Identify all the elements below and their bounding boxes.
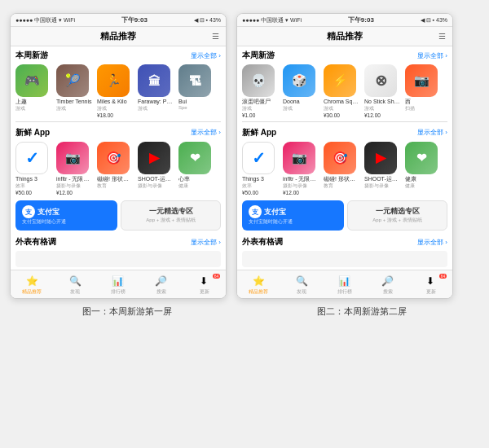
section-header: 新鲜 App 显示全部 ›	[15, 127, 221, 138]
app-item[interactable]: 📷infltr - 无限滤镜摄影与录像¥12.00	[56, 142, 94, 195]
app-price: ¥1.00	[242, 112, 255, 118]
app-name: 上趣	[15, 99, 51, 105]
promo-banner[interactable]: 一元精选专区 App + 游戏 + 表情贴纸	[121, 200, 221, 231]
tab-item-2[interactable]: 📊排行榜	[324, 273, 367, 296]
app-category: 游戏	[97, 105, 107, 112]
status-time: 下午9:03	[121, 15, 148, 24]
tab-bar: ⭐精品推荐🔍发现📊排行榜🔎搜索⬇64更新	[237, 270, 452, 298]
tab-icon: 🔍	[296, 275, 308, 287]
app-name: 西	[405, 99, 441, 105]
app-item[interactable]: 🎾Timber Tennis游戏	[56, 64, 94, 118]
app-name: 健康	[405, 176, 441, 182]
alipay-banner[interactable]: 支 支付宝 支付宝随时随心开通	[242, 200, 344, 231]
tab-badge: 64	[213, 274, 221, 279]
section3-more[interactable]: 显示全部 ›	[417, 238, 447, 247]
tab-badge: 64	[439, 274, 447, 279]
app-icon: 🏛	[138, 64, 170, 97]
tab-item-4[interactable]: ⬇64更新	[183, 273, 226, 296]
app-item[interactable]: 🎲Doona游戏	[283, 64, 320, 118]
app-icon: 🏃	[97, 64, 130, 97]
tab-item-1[interactable]: 🔍发现	[54, 273, 97, 296]
app-item[interactable]: ⚡Chroma Squad游戏¥30.00	[324, 64, 361, 118]
tab-icon-wrapper: ⭐	[253, 273, 265, 288]
menu-icon[interactable]: ☰	[438, 32, 446, 41]
app-category: 扫描	[405, 105, 415, 112]
app-item[interactable]: 💀滚蛋吧僵尸游戏¥1.00	[242, 64, 280, 118]
tab-label: 精品推荐	[22, 288, 42, 296]
app-name: 滚蛋吧僵尸	[242, 99, 278, 105]
section3-more[interactable]: 显示全部 ›	[191, 238, 221, 247]
status-bar: ●●●●● 中国联通 ▾ WiFi 下午9:03 ◀ ⊟ ▪ 43%	[237, 14, 452, 27]
section-fresh_apps: 新鲜 App 显示全部 › ✓Things 3效率¥50.00📷infltr -…	[11, 124, 226, 197]
show-all-button[interactable]: 显示全部 ›	[191, 128, 221, 137]
app-item[interactable]: 📷infltr - 无限滤镜摄影与录像¥12.00	[283, 142, 320, 195]
app-icon: ▶	[364, 142, 397, 174]
app-item[interactable]: ❤心率健康	[178, 142, 216, 195]
alipay-name: 支付宝	[264, 207, 286, 217]
app-category: 教育	[97, 182, 107, 190]
app-item[interactable]: 🎯磁碰! 形状和颜色教育	[324, 142, 361, 195]
app-category: 摄影与录像	[364, 182, 389, 190]
tab-label: 排行榜	[111, 288, 126, 296]
tab-label: 更新	[200, 288, 209, 296]
app-item[interactable]: ✓Things 3效率¥50.00	[242, 142, 280, 195]
app-item[interactable]: ⊗No Stick Shooter游戏¥12.00	[364, 64, 402, 118]
tab-item-1[interactable]: 🔍发现	[280, 273, 324, 296]
app-category: 游戏	[364, 105, 374, 112]
app-row: 💀滚蛋吧僵尸游戏¥1.00🎲Doona游戏⚡Chroma Squad游戏¥30.…	[242, 64, 447, 118]
alipay-banner[interactable]: 支 支付宝 支付宝随时随心开通	[15, 200, 117, 231]
tab-icon-wrapper: 🔎	[381, 273, 394, 288]
app-name: Bui	[178, 99, 214, 105]
app-price: ¥12.00	[364, 112, 381, 118]
app-category: 效率	[15, 182, 25, 190]
phone-frame-phone2: ●●●●● 中国联通 ▾ WiFi 下午9:03 ◀ ⊟ ▪ 43% 精品推荐 …	[236, 13, 453, 299]
alipay-name: 支付宝	[37, 207, 59, 217]
tab-label: 搜索	[156, 288, 166, 296]
app-item[interactable]: 🏛Faraway: Puzzle Esca...游戏	[138, 64, 175, 118]
app-item[interactable]: ▶SHOOT-运动电影制作神器摄影与录像	[364, 142, 402, 195]
promo-subtitle: App + 游戏 + 表情贴纸	[126, 217, 215, 224]
tab-item-0[interactable]: ⭐精品推荐	[237, 273, 280, 296]
app-name: SHOOT-运动电影制作神器	[364, 176, 400, 182]
tab-item-2[interactable]: 📊排行榜	[97, 273, 140, 296]
menu-icon[interactable]: ☰	[212, 32, 219, 41]
show-all-button[interactable]: 显示全部 ›	[417, 128, 447, 137]
tab-item-3[interactable]: 🔎搜索	[366, 273, 409, 296]
status-right: ◀ ⊟ ▪ 43%	[194, 17, 221, 24]
section-style: 外表有格调 显示全部 ›	[11, 234, 226, 270]
section-header: 本周新游 显示全部 ›	[242, 50, 447, 61]
app-item[interactable]: 🎮上趣游戏	[15, 64, 53, 118]
tab-icon-wrapper: ⬇64	[200, 273, 209, 288]
tab-item-4[interactable]: ⬇64更新	[409, 273, 452, 296]
captions-area: 图一：本周新游第一屏 图二：本周新游第二屏	[0, 305, 489, 318]
app-icon: ❤	[405, 142, 438, 174]
section-title: 新鲜 App	[15, 127, 50, 138]
promo-banner[interactable]: 一元精选专区 App + 游戏 + 表情贴纸	[347, 200, 447, 231]
app-name: Faraway: Puzzle Esca...	[138, 99, 174, 105]
tab-item-3[interactable]: 🔎搜索	[139, 273, 183, 296]
app-item[interactable]: 📷西扫描	[405, 64, 443, 118]
app-item[interactable]: ✓Things 3效率¥50.00	[15, 142, 53, 195]
app-price: ¥50.00	[242, 190, 258, 195]
app-name: Miles & Kilo	[97, 99, 133, 105]
app-icon: 📷	[405, 64, 438, 97]
status-right: ◀ ⊟ ▪ 43%	[421, 17, 447, 24]
app-category: 游戏	[283, 105, 293, 112]
app-item[interactable]: 🏃Miles & Kilo游戏¥18.00	[97, 64, 134, 118]
section3-placeholder	[242, 251, 447, 267]
tab-icon-wrapper: 🔍	[69, 273, 82, 288]
app-icon: ✓	[242, 142, 275, 174]
tab-icon-wrapper: 📊	[338, 273, 350, 288]
app-category: 健康	[178, 182, 188, 190]
app-item[interactable]: 🎯磁碰! 形状和颜色教育	[97, 142, 134, 195]
tab-item-0[interactable]: ⭐精品推荐	[11, 273, 54, 296]
tab-icon-wrapper: 🔎	[155, 273, 167, 288]
banner-area: 支 支付宝 支付宝随时随心开通 一元精选专区 App + 游戏 + 表情贴纸	[11, 197, 226, 234]
app-item[interactable]: ❤健康健康	[405, 142, 443, 195]
app-item[interactable]: 🏗BuiSpe	[178, 64, 216, 118]
app-icon: ✓	[15, 142, 48, 174]
app-item[interactable]: ▶SHOOT-运动电影制作神器摄影与录像	[138, 142, 175, 195]
section3-title: 外表有格调	[242, 236, 283, 248]
show-all-button[interactable]: 显示全部 ›	[191, 51, 221, 60]
show-all-button[interactable]: 显示全部 ›	[417, 51, 447, 60]
